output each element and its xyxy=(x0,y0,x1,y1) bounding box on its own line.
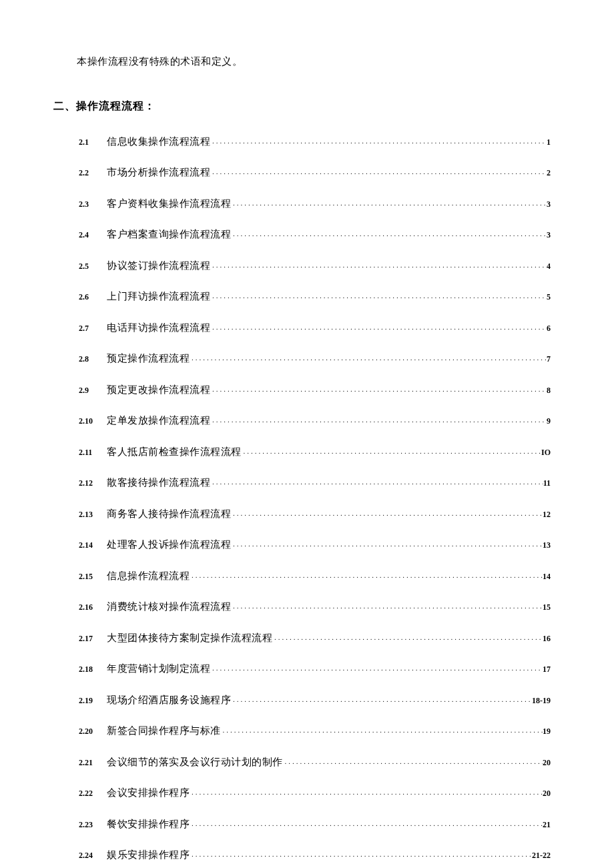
toc-number: 2.6 xyxy=(79,291,107,304)
toc-leader-dots xyxy=(210,414,547,426)
toc-leader-dots xyxy=(190,570,543,582)
toc-page-number: 15 xyxy=(543,601,551,614)
toc-title: 餐饮安排操作程序 xyxy=(107,816,190,832)
toc-title: 上门拜访操作流程流程 xyxy=(107,288,210,304)
toc-leader-dots xyxy=(210,476,543,488)
toc-number: 2.21 xyxy=(79,757,107,769)
toc-page-number: 12 xyxy=(543,508,551,521)
toc-page-number: 13 xyxy=(543,539,551,552)
toc-number: 2.22 xyxy=(79,787,107,800)
toc-leader-dots xyxy=(190,818,543,830)
toc-item: 2.13商务客人接待操作流程流程12 xyxy=(79,506,551,522)
toc-item: 2.6上门拜访操作流程流程 5 xyxy=(79,288,551,304)
toc-leader-dots xyxy=(210,290,547,302)
toc-title: 处理客人投诉操作流程流程 xyxy=(107,536,231,552)
toc-leader-dots xyxy=(190,352,547,364)
toc-leader-dots xyxy=(231,538,543,550)
toc-number: 2.7 xyxy=(79,322,107,335)
toc-number: 2.13 xyxy=(79,508,107,521)
toc-number: 2.16 xyxy=(79,601,107,614)
toc-page-number: 1 xyxy=(547,136,551,149)
toc-page-number: 16 xyxy=(543,632,551,645)
toc-page-number: 21 xyxy=(543,819,551,831)
toc-page-number: 7 xyxy=(547,353,551,366)
toc-number: 2.17 xyxy=(79,632,107,645)
toc-leader-dots xyxy=(210,135,547,147)
toc-number: 2.11 xyxy=(79,446,107,459)
toc-title: 定单发放操作流程流程 xyxy=(107,412,210,428)
toc-title: 消费统计核对操作流程流程 xyxy=(107,598,231,614)
toc-number: 2.15 xyxy=(79,570,107,583)
toc-title: 预定操作流程流程 xyxy=(107,350,190,366)
toc-list: 2.1信息收集操作流程流程12.2市场分析操作流程流程 22.3客户资料收集操作… xyxy=(79,133,551,868)
toc-number: 2.1 xyxy=(79,136,107,149)
toc-leader-dots xyxy=(231,508,543,520)
toc-item: 2.15信息操作流程流程14 xyxy=(79,568,551,584)
toc-page-number: 3 xyxy=(547,229,551,242)
toc-title: 新签合同操作程序与标准 xyxy=(107,723,221,739)
toc-title: 电话拜访操作流程流程 xyxy=(107,320,210,336)
toc-item: 2.18年度营销计划制定流程17 xyxy=(79,661,551,677)
toc-page-number: 17 xyxy=(543,663,551,676)
toc-item: 2.22会议安排操作程序20 xyxy=(79,785,551,801)
toc-item: 2.16消费统计核对操作流程流程15 xyxy=(79,598,551,614)
toc-number: 2.18 xyxy=(79,663,107,676)
toc-number: 2.5 xyxy=(79,260,107,273)
toc-number: 2.9 xyxy=(79,384,107,397)
toc-title: 客户资料收集操作流程流程 xyxy=(107,195,231,211)
toc-title: 商务客人接待操作流程流程 xyxy=(107,506,231,522)
toc-number: 2.8 xyxy=(79,353,107,366)
toc-leader-dots xyxy=(231,197,547,209)
toc-number: 2.2 xyxy=(79,167,107,179)
toc-item: 2.5协议签订操作流程流程 4 xyxy=(79,258,551,274)
toc-item: 2.23餐饮安排操作程序 21 xyxy=(79,816,551,832)
toc-leader-dots xyxy=(272,632,543,644)
toc-item: 2.14处理客人投诉操作流程流程13 xyxy=(79,536,551,552)
toc-item: 2.17大型团体接待方案制定操作流程流程16 xyxy=(79,630,551,646)
toc-item: 2.4客户档案查询操作流程流程 3 xyxy=(79,226,551,242)
toc-leader-dots xyxy=(190,849,532,861)
toc-page-number: 21-22 xyxy=(532,849,551,862)
toc-number: 2.24 xyxy=(79,849,107,862)
toc-leader-dots xyxy=(210,384,547,396)
toc-number: 2.19 xyxy=(79,695,107,707)
toc-item: 2.9预定更改操作流程流程 8 xyxy=(79,382,551,398)
toc-number: 2.3 xyxy=(79,198,107,211)
toc-title: 大型团体接待方案制定操作流程流程 xyxy=(107,630,272,646)
toc-page-number: IO xyxy=(541,446,551,459)
toc-title: 年度营销计划制定流程 xyxy=(107,661,210,677)
toc-page-number: 8 xyxy=(547,384,551,397)
toc-leader-dots xyxy=(231,694,532,706)
toc-number: 2.20 xyxy=(79,725,107,738)
toc-leader-dots xyxy=(190,787,543,799)
toc-page-number: 3 xyxy=(547,198,551,211)
toc-item: 2.10定单发放操作流程流程 9 xyxy=(79,412,551,428)
toc-item: 2.21会议细节的落实及会议行动计划的制作20 xyxy=(79,754,551,770)
toc-item: 2.8预定操作流程流程 7 xyxy=(79,350,551,366)
toc-item: 2.19现场介绍酒店服务设施程序 18-19 xyxy=(79,692,551,708)
toc-leader-dots xyxy=(210,260,547,272)
toc-item: 2.20新签合同操作程序与标准19 xyxy=(79,723,551,739)
toc-item: 2.24娱乐安排操作程序 21-22 xyxy=(79,847,551,863)
toc-page-number: 19 xyxy=(543,725,551,738)
toc-page-number: 9 xyxy=(547,415,551,428)
toc-leader-dots xyxy=(242,446,541,458)
toc-leader-dots xyxy=(283,756,543,768)
toc-item: 2.1信息收集操作流程流程1 xyxy=(79,133,551,149)
toc-number: 2.4 xyxy=(79,229,107,242)
toc-number: 2.10 xyxy=(79,415,107,428)
toc-title: 市场分析操作流程流程 xyxy=(107,164,210,180)
toc-title: 客人抵店前检查操作流程流程 xyxy=(107,444,242,460)
toc-number: 2.23 xyxy=(79,819,107,831)
toc-page-number: 4 xyxy=(547,260,551,273)
toc-page-number: 20 xyxy=(543,787,551,800)
toc-leader-dots xyxy=(210,663,543,675)
toc-title: 预定更改操作流程流程 xyxy=(107,382,210,398)
toc-item: 2.2市场分析操作流程流程 2 xyxy=(79,164,551,180)
toc-title: 会议安排操作程序 xyxy=(107,785,190,801)
toc-title: 散客接待操作流程流程 xyxy=(107,474,210,490)
toc-item: 2.3客户资料收集操作流程流程 3 xyxy=(79,195,551,211)
toc-title: 会议细节的落实及会议行动计划的制作 xyxy=(107,754,283,770)
toc-item: 2.7电话拜访操作流程流程 6 xyxy=(79,320,551,336)
toc-page-number: 5 xyxy=(547,291,551,304)
